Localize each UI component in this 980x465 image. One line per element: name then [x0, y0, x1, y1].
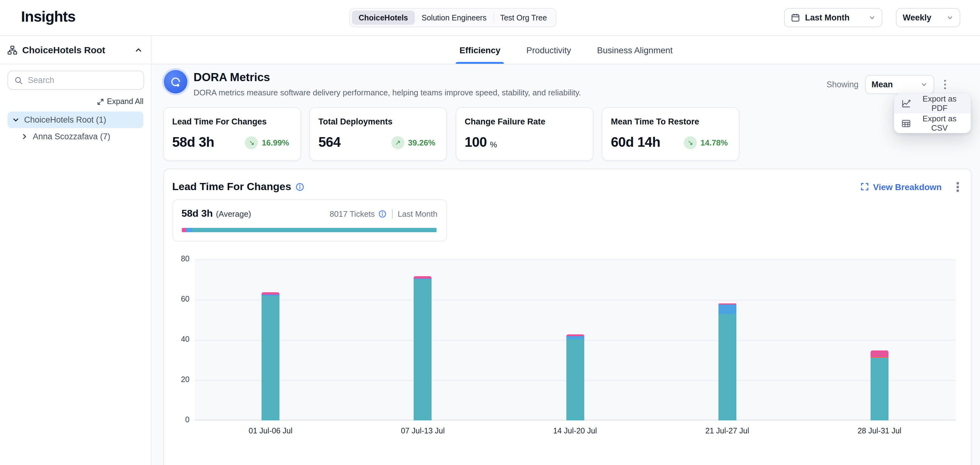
showing-controls: Showing Mean: [826, 75, 950, 94]
y-axis-tick: 80: [169, 254, 189, 263]
org-tab-test-org-tree[interactable]: Test Org Tree: [493, 11, 554, 25]
date-range-select[interactable]: Last Month: [784, 8, 882, 27]
org-tab-choicehotels[interactable]: ChoiceHotels: [352, 11, 415, 25]
section-tabs: Efficiency Productivity Business Alignme…: [152, 36, 980, 64]
average-value: 58d 3h: [181, 208, 213, 219]
x-axis-label: 01 Jul-06 Jul: [227, 427, 314, 435]
phase-segment-planning: [181, 228, 186, 232]
chevron-down-icon: [13, 117, 19, 123]
tree-search: [8, 70, 144, 90]
trend-badge: ↗ 39.26%: [391, 136, 435, 149]
table-icon: [902, 118, 911, 128]
tree-item-label: ChoiceHotels Root (1): [24, 115, 107, 125]
chevron-right-icon: [21, 133, 28, 140]
tab-productivity[interactable]: Productivity: [523, 36, 575, 64]
bar-segment-deployment: [261, 296, 280, 420]
trend-delta: 14.78%: [700, 138, 728, 147]
phase-segment-deployment: [192, 228, 436, 232]
sidebar-root-label: ChoiceHotels Root: [22, 45, 129, 55]
export-csv-label: Export as CSV: [916, 114, 963, 133]
phase-segment-review: [186, 228, 192, 232]
bar-segment-planning: [414, 276, 432, 278]
dora-metrics-header: DORA Metrics DORA metrics measure softwa…: [164, 70, 581, 97]
y-axis-tick: 40: [169, 335, 189, 344]
tab-business-alignment[interactable]: Business Alignment: [593, 36, 676, 64]
bar-01 Jul-06 Jul: [261, 292, 280, 420]
x-axis-label: 07 Jul-13 Jul: [380, 427, 466, 435]
search-input[interactable]: [28, 75, 137, 85]
bar-segment-review: [718, 305, 736, 314]
view-breakdown-label: View Breakdown: [873, 182, 942, 192]
top-controls: Last Month Weekly: [784, 8, 960, 27]
bar-segment-deployment: [718, 314, 736, 420]
main-area: Efficiency Productivity Business Alignme…: [152, 36, 980, 465]
bar-14 Jul-20 Jul: [566, 334, 584, 420]
bar-segment-review: [566, 337, 584, 340]
trend-badge: ↘ 14.78%: [684, 136, 728, 149]
top-header: Insights ChoiceHotels Solution Engineers…: [0, 0, 980, 36]
card-change-failure-rate: Change Failure Rate 100 %: [455, 107, 593, 161]
bar-segment-planning: [870, 350, 888, 357]
gridline: [194, 259, 956, 260]
org-hierarchy-icon: [8, 45, 18, 55]
card-lead-time-for-changes: Lead Time For Changes 58d 3h ↘ 16.99%: [163, 107, 301, 161]
x-axis-label: 14 Jul-20 Jul: [532, 427, 618, 435]
card-title: Change Failure Rate: [465, 117, 584, 126]
bar-21 Jul-27 Jul: [718, 304, 736, 420]
bar-segment-deployment: [414, 279, 432, 420]
export-pdf-label: Export as PDF: [916, 94, 963, 113]
chart-export-icon: [902, 99, 911, 108]
card-total-deployments: Total Deployments 564 ↗ 39.26%: [309, 107, 447, 161]
chart-title: Lead Time For Changes: [172, 181, 291, 193]
expand-all-button[interactable]: Expand All: [97, 97, 143, 106]
trend-delta: 39.26%: [408, 138, 435, 147]
tickets-count: 8017 Tickets: [329, 209, 375, 218]
export-csv-item[interactable]: Export as CSV: [894, 113, 971, 133]
org-switcher: ChoiceHotels Solution Engineers Test Org…: [349, 8, 556, 27]
phase-distribution-bar: [181, 228, 437, 232]
average-summary-card: 58d 3h (Average) 8017 Tickets Last Month: [172, 200, 447, 241]
lead-time-bar-chart: 02040608001 Jul-06 Jul07 Jul-13 Jul14 Ju…: [194, 259, 956, 420]
tree-item-choicehotels-root[interactable]: ChoiceHotels Root (1): [8, 112, 143, 128]
trend-delta: 16.99%: [262, 138, 289, 147]
info-icon[interactable]: [379, 209, 387, 217]
tree-item-label: Anna Scozzafava (7): [33, 132, 110, 141]
y-axis-tick: 0: [169, 415, 189, 424]
tree-item-anna-scozzafava[interactable]: Anna Scozzafava (7): [8, 128, 143, 145]
export-pdf-item[interactable]: Export as PDF: [894, 94, 971, 113]
org-tree: ChoiceHotels Root (1) Anna Scozzafava (7…: [8, 112, 143, 145]
view-breakdown-button[interactable]: View Breakdown: [861, 182, 942, 192]
info-icon[interactable]: [296, 183, 304, 191]
lead-time-chart-card: Lead Time For Changes View Breakdown: [163, 168, 972, 465]
granularity-select[interactable]: Weekly: [896, 8, 960, 27]
bar-28 Jul-31 Jul: [870, 350, 888, 420]
average-qualifier: (Average): [216, 209, 251, 218]
card-mean-time-to-restore: Mean Time To Restore 60d 14h ↘ 14.78%: [601, 107, 740, 161]
date-range-value: Last Month: [805, 13, 850, 22]
aggregation-select[interactable]: Mean: [865, 75, 934, 94]
bar-segment-deployment: [870, 358, 888, 420]
granularity-value: Weekly: [903, 13, 931, 22]
y-axis-tick: 20: [169, 375, 189, 384]
calendar-icon: [791, 13, 800, 22]
x-axis-label: 21 Jul-27 Jul: [684, 427, 770, 435]
card-value: 564: [318, 134, 341, 150]
sidebar-header: ChoiceHotels Root: [0, 36, 151, 64]
sidebar-collapse-button[interactable]: [134, 45, 143, 55]
bar-segment-planning: [261, 292, 280, 295]
search-icon: [14, 76, 23, 85]
bar-07 Jul-13 Jul: [414, 276, 432, 420]
dora-description: DORA metrics measure software delivery p…: [194, 88, 581, 97]
x-axis-label: 28 Jul-31 Jul: [836, 427, 923, 435]
chevron-down-icon: [869, 14, 875, 21]
dora-more-options-button[interactable]: [940, 77, 950, 92]
org-tab-solution-engineers[interactable]: Solution Engineers: [415, 11, 493, 25]
tab-efficiency[interactable]: Efficiency: [456, 36, 504, 64]
card-value: 58d 3h: [172, 134, 214, 150]
dora-title: DORA Metrics: [194, 70, 581, 84]
chart-more-options-button[interactable]: [953, 179, 963, 194]
chevron-down-icon: [947, 14, 953, 21]
summary-period: Last Month: [392, 209, 438, 218]
dora-cycle-icon: [164, 70, 187, 94]
chevron-down-icon: [920, 81, 927, 88]
